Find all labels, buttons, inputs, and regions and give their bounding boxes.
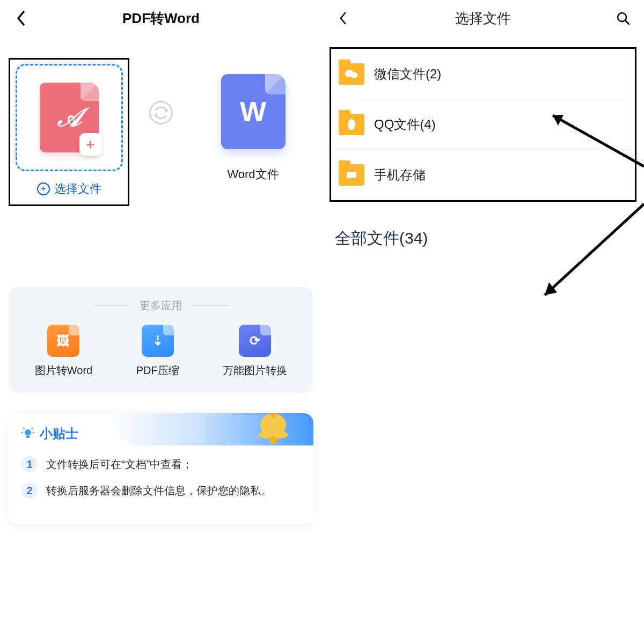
header-left: PDF转Word bbox=[0, 0, 322, 36]
app-label: PDF压缩 bbox=[136, 363, 179, 378]
tip-text: 转换后服务器会删除文件信息，保护您的隐私。 bbox=[46, 482, 272, 499]
svg-rect-7 bbox=[26, 436, 30, 438]
back-button[interactable] bbox=[13, 10, 29, 26]
app-pdf-compress[interactable]: ⇣ PDF压缩 bbox=[136, 325, 179, 378]
tip-item: 2 转换后服务器会删除文件信息，保护您的隐私。 bbox=[21, 482, 301, 499]
annotation-arrow-icon bbox=[531, 199, 644, 306]
app-row: 🖼 图片转Word ⇣ PDF压缩 ⟳ 万能图片转换 bbox=[13, 325, 309, 378]
svg-line-10 bbox=[23, 428, 24, 429]
more-apps-title: 更多应用 bbox=[13, 298, 309, 313]
select-file-label: 选择文件 bbox=[54, 181, 101, 197]
tip-number-badge: 2 bbox=[21, 482, 38, 499]
folder-wechat-icon bbox=[339, 63, 364, 85]
app-image-to-word[interactable]: 🖼 图片转Word bbox=[35, 325, 92, 378]
pdf-glyph-icon: 𝒜 bbox=[58, 103, 80, 133]
tip-item: 1 文件转换后可在“文档”中查看； bbox=[21, 456, 301, 473]
folder-label: QQ文件(4) bbox=[374, 116, 436, 133]
folder-label: 微信文件(2) bbox=[374, 65, 441, 83]
add-file-badge-icon: + bbox=[79, 133, 102, 156]
page-fold-icon bbox=[265, 74, 286, 94]
app-label: 万能图片转换 bbox=[223, 363, 287, 378]
source-file-card[interactable]: 𝒜 + + 选择文件 bbox=[9, 58, 129, 206]
svg-line-13 bbox=[625, 20, 629, 24]
svg-line-20 bbox=[545, 204, 644, 295]
plus-circle-icon: + bbox=[37, 182, 50, 195]
svg-rect-17 bbox=[347, 172, 356, 178]
folder-storage-icon bbox=[339, 164, 364, 186]
folder-label: 手机存储 bbox=[374, 166, 426, 184]
select-file-link[interactable]: + 选择文件 bbox=[37, 181, 101, 197]
folder-qq[interactable]: QQ文件(4) bbox=[331, 99, 635, 150]
page-title: 选择文件 bbox=[455, 9, 511, 28]
word-glyph-icon: W bbox=[240, 96, 266, 128]
all-files-heading: 全部文件(34) bbox=[335, 228, 644, 250]
page-fold-icon bbox=[80, 83, 99, 101]
folder-phone-storage[interactable]: 手机存储 bbox=[331, 150, 635, 200]
pdf-icon: 𝒜 + bbox=[40, 83, 99, 152]
word-file-label: Word文件 bbox=[227, 166, 279, 182]
upload-dropzone[interactable]: 𝒜 + bbox=[16, 64, 123, 171]
tip-text: 文件转换后可在“文档”中查看； bbox=[46, 456, 193, 473]
header-right: 选择文件 bbox=[322, 0, 644, 36]
app-label: 图片转Word bbox=[35, 363, 92, 378]
screen-file-picker: 选择文件 微信文件(2) QQ文件(4) 手机存储 全部 bbox=[322, 0, 644, 644]
tips-title: 小贴士 bbox=[40, 425, 78, 442]
svg-rect-5 bbox=[271, 413, 275, 418]
svg-point-16 bbox=[348, 119, 355, 130]
conversion-row: 𝒜 + + 选择文件 W bbox=[0, 58, 322, 206]
svg-point-15 bbox=[351, 72, 358, 78]
swap-icon bbox=[142, 101, 180, 125]
tips-card: 小贴士 1 文件转换后可在“文档”中查看； 2 转换后服务器会删除文件信息，保护… bbox=[9, 413, 313, 524]
tip-number-badge: 1 bbox=[21, 456, 38, 472]
more-apps-section: 更多应用 🖼 图片转Word ⇣ PDF压缩 ⟳ 万能图片转换 bbox=[9, 287, 313, 393]
folder-source-list: 微信文件(2) QQ文件(4) 手机存储 bbox=[330, 47, 636, 202]
pdf-compress-icon: ⇣ bbox=[142, 325, 174, 357]
app-image-convert[interactable]: ⟳ 万能图片转换 bbox=[223, 325, 287, 378]
lightbulb-icon bbox=[21, 427, 34, 440]
page-title: PDF转Word bbox=[122, 9, 200, 28]
svg-line-11 bbox=[32, 428, 33, 429]
back-button[interactable] bbox=[335, 10, 351, 26]
folder-wechat[interactable]: 微信文件(2) bbox=[331, 49, 635, 99]
word-icon: W bbox=[221, 74, 286, 149]
image-convert-icon: ⟳ bbox=[239, 325, 271, 357]
screen-pdf-to-word: PDF转Word 𝒜 + + 选择文件 bbox=[0, 0, 322, 644]
chevron-left-icon bbox=[16, 11, 26, 26]
image-to-word-icon: 🖼 bbox=[47, 325, 79, 357]
svg-point-6 bbox=[25, 429, 31, 436]
folder-qq-icon bbox=[339, 114, 364, 135]
tips-header: 小贴士 bbox=[21, 425, 301, 442]
chevron-left-icon bbox=[339, 12, 347, 25]
search-button[interactable] bbox=[615, 10, 631, 26]
target-file-card: W Word文件 bbox=[193, 58, 313, 182]
svg-marker-21 bbox=[545, 282, 557, 295]
search-icon bbox=[616, 11, 630, 25]
